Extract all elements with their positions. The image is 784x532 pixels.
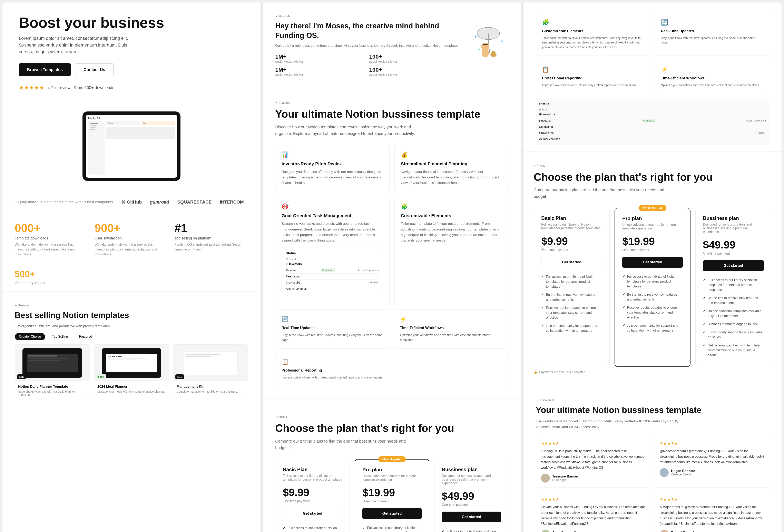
r-basic-f3: ✓Receive regular updates to ensure your … (541, 304, 602, 322)
r-db-row-4: Alumni Ventures (539, 136, 766, 142)
card-info-3: Management Kit Complete management toolk… (173, 381, 248, 396)
custom-desc: Tailor each template to fit your unique … (401, 221, 502, 243)
card-desc-2: Manage your meals with this comprehensiv… (97, 390, 166, 393)
r-basic-billing: One-time payment (541, 248, 602, 252)
browse-templates-button[interactable]: Browse Templates (19, 63, 71, 76)
t1-text: Funding OS is a productivity marvel! The… (541, 448, 645, 471)
middle-panel: ✦ About Me Hey there! I'm Moses, the cre… (263, 2, 521, 532)
card-name-2: 2024 Meal Planner (97, 385, 166, 389)
pro-billing: One-time payment (362, 500, 421, 503)
tab-top-selling[interactable]: Top Selling (48, 333, 72, 340)
pstat-2: 100+ Social Media Follower (369, 54, 460, 63)
stats-section: 000+ Template downloads We take pride in… (2, 211, 260, 267)
biz-features: ✓Full access to our library of Notion te… (442, 527, 501, 532)
r-desc-4: Optimize your workflows and save time wi… (661, 83, 763, 87)
r-biz-cta[interactable]: Get started (703, 260, 764, 271)
stat-downloads: 000+ Template downloads We take pride in… (15, 221, 88, 257)
r-feature-3: 📋 Professional Reporting Impress stakeho… (536, 60, 650, 94)
t2-avatar (660, 468, 669, 477)
pstat-4: 100+ Social Media Follower (369, 66, 460, 76)
r-basic-cta[interactable]: Get started (541, 257, 602, 268)
pro-cta[interactable]: Get started (362, 508, 421, 519)
features-grid: 📊 Investor-Ready Pitch Decks Navigate yo… (275, 145, 509, 306)
biz-feature-1: ✓Full access to our library of Notion te… (442, 527, 501, 532)
t3-stars: ★★★★★ (541, 497, 645, 502)
security-label: Payments are secure & encrypted (539, 370, 585, 373)
sidebar-item-1: Overview (90, 125, 103, 127)
pstat-label-2: Social Media Follower (369, 60, 460, 63)
thumb-content-2: 2024 Meal Planner (102, 348, 162, 378)
biz-cta[interactable]: Get started (442, 511, 501, 523)
best-selling-tabs: Creator Choice Top Selling Featured (15, 333, 248, 340)
t2-stars: ★★★★★ (660, 441, 764, 446)
r-pricing-icon: ⟡ (534, 164, 535, 167)
task-title: Goal-Oriented Task Management (282, 213, 383, 219)
templates-subtitle: Get organized, efficient, and productive… (15, 324, 158, 329)
profile-header: Hey there! I'm Moses, the creative mind … (275, 21, 509, 76)
r-desc-3: Impress stakeholders with professionally… (542, 83, 644, 87)
gumroad-logo: gumroad (150, 199, 169, 205)
price-badge-1: $35 (17, 374, 26, 379)
tablet-screen: Funding OS Dashboard Overview Investors … (86, 115, 177, 177)
sidebar-label: Dashboard (90, 122, 103, 124)
companies-section: Helping individuals and teams at the wor… (2, 193, 260, 211)
inner-screen (27, 354, 78, 372)
contact-us-button[interactable]: Contact Us (75, 63, 114, 76)
status-label: Status (286, 252, 379, 255)
r-title-1: Customizable Elements (542, 29, 644, 33)
t1-stars: ★★★★★ (541, 441, 645, 446)
testimonials-subtitle: The world's most advanced UI kit for Fig… (536, 419, 679, 429)
t4-author: Roland Travert Design Researcher (660, 530, 764, 532)
t3-author-info: Ange Piemondin Design Strategist (552, 531, 578, 532)
price-badge-3: $19 (175, 374, 184, 379)
pro-name: Pro plan (362, 467, 421, 473)
r-pricing-tag: ⟡ Pricing (534, 164, 771, 167)
svg-text:💧: 💧 (501, 39, 503, 42)
squarespace-logo: SQUARESPACE (177, 199, 212, 205)
tablet-cards: Funding Tasks (106, 121, 175, 125)
pstat-num-2: 100+ (369, 54, 460, 60)
reporting-title: Professional Reporting (282, 368, 502, 372)
r-pro-f4: ✓Join our community for support and coll… (622, 321, 683, 335)
template-card-1[interactable]: $35 Notion Daily Planner Template Superc… (15, 344, 90, 400)
hero-section: Boost your business Lorem ipsum dolor si… (2, 2, 260, 99)
r-biz-price: $49.99 (703, 239, 764, 251)
r-pro-price: $19.99 (622, 235, 683, 247)
t3-author: Ange Piemondin Design Strategist (541, 530, 645, 532)
t1-name: Treasure Barnard (552, 475, 580, 478)
template-card-2[interactable]: 2024 Meal Planner Free 2024 Meal Planner… (94, 344, 169, 400)
r-icon-3: 📋 (542, 66, 644, 73)
t2-author: Hugan Bonside Creative Director (660, 468, 764, 477)
stat-desc-downloads: We take pride in delivering a service th… (15, 242, 88, 257)
time-title: Time-Efficient Workflows (400, 326, 502, 330)
tab-featured[interactable]: Featured (75, 333, 96, 340)
basic-cta[interactable]: Get started (283, 508, 342, 519)
tablet-mockup: Funding OS Dashboard Overview Investors … (83, 111, 180, 181)
features-section: ✦ Features Your ultimate Notion bussines… (263, 89, 521, 398)
template-card-3[interactable]: $19 Management Kit Complete management t… (173, 344, 248, 400)
financial-desc: Navigate your financial landscape effort… (401, 169, 502, 186)
alumni-name: Alumni Ventures (286, 287, 307, 290)
testimonial-1: ★★★★★ Funding OS is a productivity marve… (536, 436, 650, 488)
r-biz-features: ✓Full access to our library of Notion te… (703, 276, 764, 359)
tablet-main: Funding Tasks (106, 121, 175, 174)
t3-name: Ange Piemondin (552, 531, 578, 532)
r-title-4: Time-Efficient Workflows (661, 76, 763, 80)
custom-icon: 🧩 (401, 203, 502, 210)
r-pro-billing: One-time payment (622, 248, 683, 252)
tablet-mockup-wrapper: Funding OS Dashboard Overview Investors … (2, 99, 260, 193)
r-seedcamp: Seedcamp (539, 125, 553, 129)
tab-creator-choice[interactable]: Creator Choice (15, 333, 45, 340)
seedcamp-name: Seedcamp (286, 275, 300, 278)
pstat-label-3: Social Media Follower (275, 73, 366, 76)
time-icon: ⚡ (400, 316, 502, 323)
stat-number-satisfaction: 900+ (94, 221, 168, 234)
t2-name: Hugan Bonside (671, 469, 695, 473)
notion-db-right: Status ⊞ Board ⊞ Investors Research Cont… (536, 99, 769, 145)
r-biz-f2: ✓Be the first to receive new features an… (703, 294, 764, 307)
r-pro-cta[interactable]: Get started (622, 257, 683, 268)
feature-card-financial: 💰 Streamlined Financial Planning Navigat… (394, 145, 509, 192)
pstat-label-1: Social Media Follower (275, 60, 366, 63)
r-biz-billing: One-time payment (703, 252, 764, 255)
pstat-num-3: 1M+ (275, 66, 366, 73)
